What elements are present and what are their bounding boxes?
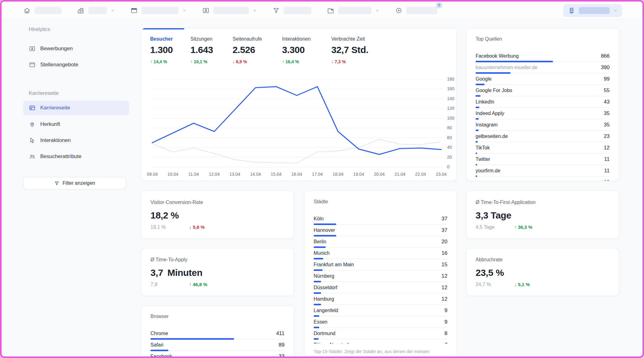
sidebar-item-interaktionen[interactable]: Interaktionen (23, 134, 129, 147)
item-label: Twitter (476, 156, 490, 163)
toolbar-group-filter[interactable] (272, 7, 311, 14)
conversion-rate-card: Visitor-Conversion-Rate 18,2 % 19,1 %↓ 5… (141, 191, 294, 239)
time-to-apply-card: Ø Time-To-Apply 3,7Minuten 7,9↑ 46,8 % (141, 248, 294, 296)
list-item: Berlin20 (314, 238, 447, 248)
sidebar-group-hirelytics: BewerbungenStellenangebote (23, 42, 129, 72)
folder-bookmark-icon[interactable] (327, 7, 334, 14)
time-to-first-application-card: Ø Time-To-First-Application 3,3 Tage 4,5… (466, 191, 619, 239)
tab-value: 2.526 (233, 45, 282, 55)
toolbar-group-company[interactable] (77, 7, 115, 14)
kpi-previous-value: 7,9 (150, 282, 180, 287)
item-label: Instagram (476, 122, 498, 128)
card-title: Ø Time-To-Apply (150, 257, 285, 263)
item-value: 12 (442, 296, 447, 303)
sidebar-item-label: Besucherattribute (40, 153, 81, 160)
toolbar-placeholder[interactable] (88, 7, 107, 14)
toolbar-placeholder[interactable] (213, 7, 249, 14)
kpi-value: 3,7Minuten (150, 267, 285, 278)
window-icon[interactable] (130, 7, 138, 14)
home-icon[interactable] (23, 7, 31, 14)
toolbar-group-page[interactable] (130, 7, 187, 14)
item-label: Facebook (150, 353, 172, 358)
kpi-delta: ↓ 5,8 % (189, 224, 205, 230)
kpi-delta: ↑ 46,8 % (189, 282, 207, 287)
tab-delta: ↑ 16,4 % (282, 59, 331, 64)
list-item: Facebook Werbung866 (476, 53, 610, 62)
toolbar-group-folder[interactable] (327, 7, 380, 14)
id-card-icon[interactable] (202, 7, 210, 14)
card-title: Abbruchrate (476, 257, 610, 263)
toolbar-placeholder[interactable] (141, 7, 179, 14)
list-item: Instagram35 (476, 122, 610, 131)
list-item: Langenfeld9 (314, 307, 447, 317)
item-bar (314, 269, 447, 271)
item-label: Berlin (314, 238, 326, 245)
toolbar-placeholder[interactable] (406, 7, 437, 14)
y-tick: 60 (447, 135, 452, 140)
item-label: gelbeseiten.de (476, 133, 508, 140)
browser-list: Chrome411Safari89Facebook33 (150, 330, 285, 358)
item-label: LinkedIn (476, 99, 494, 105)
y-tick: 140 (447, 96, 454, 101)
item-bar (314, 223, 447, 225)
target-icon[interactable] (395, 7, 402, 14)
tab-verbrachte-zeit[interactable]: Verbrachte Zeit32,7 Std.↓ 7,3 % (331, 36, 399, 64)
funnel-icon (54, 181, 59, 186)
toolbar-group-home[interactable] (23, 7, 62, 14)
sidebar-group-karriereseite: KarriereseiteHerkunftInteraktionenBesuch… (23, 101, 129, 163)
chevron-down-icon[interactable] (111, 8, 115, 13)
id-card-icon (29, 45, 36, 52)
list-item: Frankfurt am Main15 (314, 261, 447, 271)
funnel-icon[interactable] (272, 7, 280, 14)
account-switcher-button[interactable] (563, 4, 622, 17)
chevron-down-icon[interactable] (253, 8, 257, 13)
sidebar-spacer (23, 74, 129, 90)
chevron-down-icon[interactable] (375, 8, 380, 13)
sidebar-item-bewerbungen[interactable]: Bewerbungen (23, 42, 129, 55)
tab-label: Sitzungen (190, 36, 233, 42)
list-item: Safari89 (150, 342, 285, 351)
sidebar-item-label: Interaktionen (40, 137, 71, 144)
tab-value: 1.643 (190, 45, 233, 55)
toolbar-group-target[interactable]: 0 (395, 7, 437, 14)
sidebar-item-karriereseite[interactable]: Karriereseite (23, 101, 129, 115)
kpi-value: 18,2 % (150, 210, 285, 221)
sidebar-item-label: Herkunft (40, 121, 60, 127)
sidebar-item-besucherattribute[interactable]: Besucherattribute (23, 150, 129, 163)
chevron-down-icon (613, 8, 618, 13)
item-bar (476, 152, 610, 154)
item-label: Facebook Werbung (476, 53, 519, 60)
x-tick: 11.04 (185, 172, 202, 177)
list-item: Google99 (476, 76, 610, 85)
y-tick: 120 (447, 106, 454, 111)
item-label: Dortmund (314, 330, 335, 337)
cities-card: Städte Köln37Hannover37Berlin20Munich16F… (304, 191, 457, 358)
item-value: 35 (604, 122, 610, 128)
card-icon (29, 104, 36, 111)
toolbar-placeholder[interactable] (338, 7, 372, 14)
item-bar (314, 235, 447, 236)
tab-interaktionen[interactable]: Interaktionen3.300↑ 16,4 % (282, 36, 331, 64)
toolbar-placeholder[interactable] (34, 7, 62, 14)
sidebar-item-herkunft[interactable]: Herkunft (23, 117, 129, 131)
list-item: Indeed Apply35 (476, 110, 610, 120)
tab-besucher[interactable]: Besucher1.300↑ 14,4 % (150, 36, 190, 64)
item-label: … (476, 179, 481, 181)
sidebar-item-stellenangebote[interactable]: Stellenangebote (23, 58, 129, 72)
tab-sitzungen[interactable]: Sitzungen1.643↑ 10,1 % (190, 36, 233, 64)
toolbar-placeholder[interactable] (284, 7, 311, 14)
cursor-icon (29, 137, 36, 144)
building-icon[interactable] (77, 7, 85, 14)
account-name-placeholder (579, 7, 610, 14)
show-filters-button[interactable]: Filter anzeigen (23, 177, 126, 189)
browser-toolbar: 0 (2, 2, 642, 20)
list-item: Titisee-Neustadt7 (314, 342, 447, 344)
tab-value: 32,7 Std. (331, 45, 399, 55)
toolbar-group-candidate[interactable] (202, 7, 257, 14)
list-item: Twitter11 (476, 156, 610, 166)
line-chart (150, 79, 443, 167)
chevron-down-icon[interactable] (182, 8, 187, 13)
item-value: 99 (604, 76, 610, 82)
tab-seitenaufrufe[interactable]: Seitenaufrufe2.526↓ 6,9 % (233, 36, 282, 64)
tab-delta: ↑ 14,4 % (150, 59, 190, 64)
